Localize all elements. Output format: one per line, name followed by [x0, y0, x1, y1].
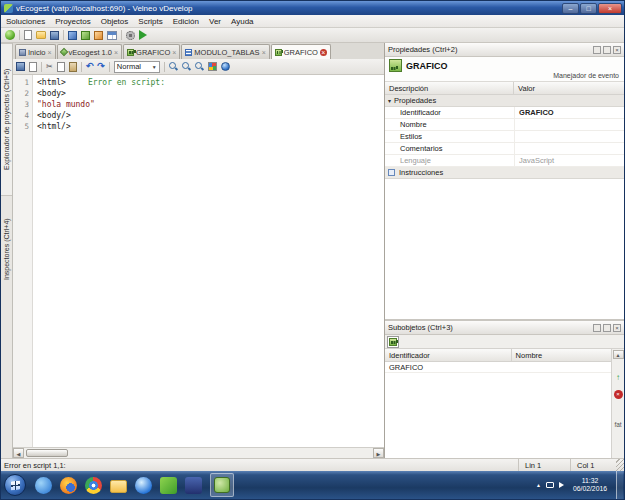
minimize-button[interactable]: –	[562, 3, 579, 14]
tab-close-icon[interactable]: ×	[262, 49, 266, 56]
zoom-level-select[interactable]: Normal ▼	[114, 61, 160, 73]
menu-item-ayuda[interactable]: Ayuda	[226, 17, 259, 26]
code-editor[interactable]: 1 2 3 4 5 <html> Error en script: <body>	[13, 75, 384, 447]
new-document-icon[interactable]	[24, 30, 32, 40]
chrome-icon[interactable]	[85, 477, 102, 494]
column-value[interactable]: Valor	[514, 84, 624, 93]
property-value[interactable]: JavaScript	[514, 155, 624, 166]
move-up-icon[interactable]: ↑	[616, 373, 620, 382]
resize-grip[interactable]	[616, 459, 624, 471]
menu-item-objetos[interactable]: Objetos	[96, 17, 134, 26]
open-folder-icon[interactable]	[36, 31, 46, 39]
scroll-left-icon[interactable]: ◀	[13, 448, 24, 458]
zoom-reset-icon[interactable]	[195, 62, 204, 71]
tab-close-icon[interactable]: ×	[114, 49, 118, 56]
properties-group-row[interactable]: ▾ Propiedades	[385, 95, 624, 107]
zoom-out-icon[interactable]	[182, 62, 191, 71]
tab-close-icon[interactable]: ×	[172, 49, 176, 56]
column-description[interactable]: Descripción	[385, 82, 514, 94]
column-identificador[interactable]: Identificador	[385, 349, 512, 361]
gear-icon[interactable]	[126, 31, 135, 40]
green-app-icon[interactable]	[160, 477, 177, 494]
paste-icon[interactable]	[69, 62, 77, 72]
tab-close-icon[interactable]: ×	[48, 49, 52, 56]
sidebar-tab-inspectors[interactable]: Inspectores (Ctrl+4)	[1, 195, 12, 303]
network-icon[interactable]	[546, 482, 554, 488]
table-icon[interactable]	[107, 31, 117, 40]
orange-cube-icon[interactable]	[94, 31, 103, 40]
browser-blue-icon[interactable]	[35, 477, 52, 494]
property-row-identificador[interactable]: Identificador GRAFICO	[385, 107, 624, 119]
property-row-nombre[interactable]: Nombre	[385, 119, 624, 131]
print-icon[interactable]	[29, 62, 37, 72]
property-value[interactable]	[514, 143, 624, 154]
start-button[interactable]	[4, 474, 26, 496]
toolbar-separator	[164, 62, 165, 72]
line-number: 5	[13, 121, 29, 132]
property-value[interactable]: GRAFICO	[514, 107, 624, 118]
menu-item-scripts[interactable]: Scripts	[133, 17, 167, 26]
folder-icon[interactable]	[110, 480, 127, 493]
tray-up-arrow-icon[interactable]: ▲	[536, 482, 541, 488]
property-value[interactable]	[514, 119, 624, 130]
undo-icon[interactable]: ↶	[86, 62, 94, 71]
subobject-filter-button[interactable]	[387, 336, 399, 348]
subobject-row-grafico[interactable]: GRAFICO	[385, 362, 611, 373]
property-row-comentarios[interactable]: Comentarios	[385, 143, 624, 155]
scrollbar-thumb[interactable]	[26, 449, 68, 457]
zoom-in-icon[interactable]	[169, 62, 178, 71]
table-icon	[185, 49, 192, 56]
tray-clock[interactable]: 11:32 06/02/2016	[573, 477, 607, 493]
close-button[interactable]: ×	[598, 3, 622, 14]
green-cube-icon[interactable]	[81, 31, 90, 40]
menu-item-proyectos[interactable]: Proyectos	[50, 17, 96, 26]
property-row-lenguaje[interactable]: Lenguaje JavaScript	[385, 155, 624, 167]
run-play-icon[interactable]	[139, 30, 147, 40]
tab-modulo-tablas[interactable]: MODULO_TABLAS ×	[181, 44, 269, 59]
tab-grafico-active[interactable]: GRAFICO ×	[271, 44, 331, 59]
show-desktop-button[interactable]	[616, 471, 623, 499]
float-icon[interactable]	[603, 46, 611, 54]
copy-icon[interactable]	[57, 62, 65, 72]
blue-app-icon[interactable]	[185, 477, 202, 494]
instructions-row[interactable]: Instrucciones	[385, 167, 624, 179]
horizontal-scrollbar[interactable]: ◀ ▶	[13, 447, 384, 458]
cut-icon[interactable]: ✂	[46, 63, 53, 71]
property-row-estilos[interactable]: Estilos	[385, 131, 624, 143]
menu-item-edicion[interactable]: Edición	[168, 17, 204, 26]
globe-icon[interactable]	[221, 62, 230, 71]
titlebar[interactable]: vEcogest (vatp://localhost:690) - Velneo…	[1, 1, 624, 15]
close-panel-icon[interactable]: ×	[613, 324, 621, 332]
active-app-button[interactable]	[210, 473, 234, 497]
tree-expanded-icon[interactable]: ▾	[388, 97, 391, 104]
save-icon[interactable]	[50, 31, 59, 40]
blue-cube-icon[interactable]	[68, 31, 77, 40]
column-nombre[interactable]: Nombre	[512, 351, 611, 360]
connect-sphere-icon[interactable]	[5, 30, 15, 40]
delete-icon[interactable]: ×	[614, 390, 623, 399]
code-area[interactable]: <html> Error en script: <body> "hola mun…	[33, 75, 384, 447]
tab-close-icon[interactable]: ×	[320, 49, 327, 56]
dock-icon[interactable]	[593, 324, 601, 332]
volume-icon[interactable]	[559, 482, 564, 488]
scroll-right-icon[interactable]: ▶	[373, 448, 384, 458]
menu-item-soluciones[interactable]: Soluciones	[1, 17, 50, 26]
sidebar-tab-project-explorer[interactable]: Explorador de proyectos (Ctrl+5)	[1, 43, 12, 195]
maximize-button[interactable]: □	[580, 3, 597, 14]
dock-icon[interactable]	[593, 46, 601, 54]
properties-panel-titlebar[interactable]: Propiedades (Ctrl+2) ×	[385, 43, 624, 57]
subobjects-panel-titlebar[interactable]: Subobjetos (Ctrl+3) ×	[385, 321, 624, 335]
tab-inicio[interactable]: Inicio ×	[15, 44, 56, 59]
colors-grid-icon[interactable]	[208, 62, 217, 71]
property-value[interactable]	[514, 131, 624, 142]
save-icon[interactable]	[16, 62, 25, 71]
menu-item-ver[interactable]: Ver	[204, 17, 226, 26]
media-player-icon[interactable]	[135, 477, 152, 494]
scroll-up-icon[interactable]: ▲	[613, 350, 624, 359]
tab-vecogest[interactable]: vEcogest 1.0 ×	[57, 44, 122, 59]
tab-grafico-1[interactable]: GRAFICO ×	[123, 44, 180, 59]
close-panel-icon[interactable]: ×	[613, 46, 621, 54]
firefox-icon[interactable]	[60, 477, 77, 494]
redo-icon[interactable]: ↷	[97, 62, 105, 71]
float-icon[interactable]	[603, 324, 611, 332]
